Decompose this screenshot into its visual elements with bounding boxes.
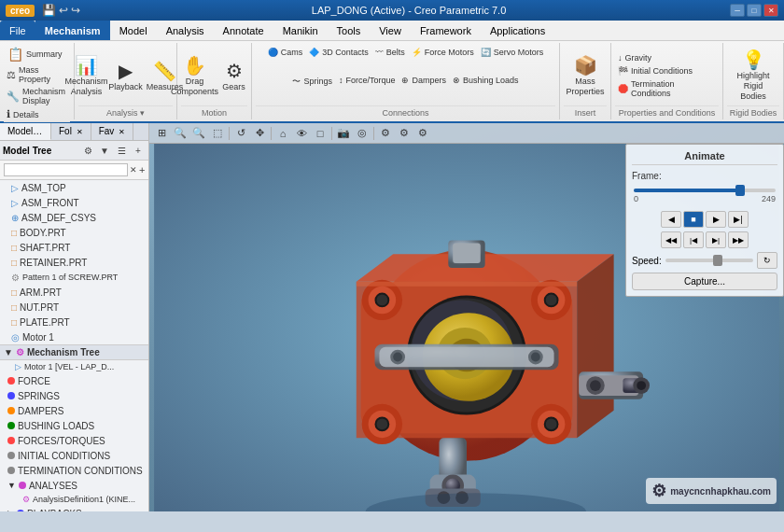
- initial-conditions-button[interactable]: 🏁 Initial Conditions: [615, 65, 695, 77]
- vp-camera-button[interactable]: 📷: [335, 125, 352, 142]
- tree-item-screw-pattern[interactable]: ⚙ Pattern 1 of SCREW.PRT: [0, 270, 148, 285]
- mech-item-forces-torques[interactable]: FORCES/TORQUES: [0, 433, 148, 448]
- step-back-button[interactable]: |◀: [683, 231, 704, 248]
- vp-target-button[interactable]: ◎: [354, 125, 371, 142]
- vp-home-button[interactable]: ⌂: [274, 125, 291, 142]
- menu-model[interactable]: Model: [110, 21, 157, 40]
- mech-item-analyses[interactable]: ▼ ANALYSES: [0, 478, 148, 493]
- mech-item-playbacks[interactable]: ▷ PLAYBACKS: [0, 506, 148, 511]
- mechanism-display-button[interactable]: 🔧 Mechanism Display: [4, 86, 70, 106]
- tree-search-add[interactable]: +: [139, 162, 145, 177]
- play-back-button[interactable]: ◀: [661, 211, 681, 228]
- tree-item-asm-def-csys[interactable]: ⊕ ASM_DEF_CSYS: [0, 210, 148, 225]
- tree-search-input[interactable]: [4, 163, 128, 176]
- folder-tab-close[interactable]: ✕: [77, 128, 83, 136]
- window-controls[interactable]: ─ □ ✕: [730, 4, 778, 17]
- mech-item-motor1-sub[interactable]: ▷ Motor 1 [VEL - LAP_D...: [0, 360, 148, 373]
- mech-item-bushing-loads[interactable]: BUSHING LOADS: [0, 418, 148, 433]
- tree-search-clear[interactable]: ✕: [130, 162, 137, 177]
- close-button[interactable]: ✕: [763, 4, 778, 17]
- 3d-contacts-button[interactable]: 🔷 3D Contacts: [306, 47, 371, 58]
- fast-forward-button[interactable]: ▶|: [728, 211, 749, 228]
- minimize-button[interactable]: ─: [730, 4, 745, 17]
- frame-slider-thumb[interactable]: [735, 185, 745, 196]
- redo-icon[interactable]: ↪: [71, 4, 80, 17]
- playback-button[interactable]: ▶ Playback: [107, 58, 145, 93]
- tree-expand-button[interactable]: ▼: [97, 143, 112, 158]
- mech-item-term-cond[interactable]: TERMINATION CONDITIONS: [0, 463, 148, 478]
- vp-settings-button[interactable]: ⚙: [377, 125, 394, 142]
- tree-add-button[interactable]: +: [131, 143, 146, 158]
- tree-item-arm-prt[interactable]: □ ARM.PRT: [0, 285, 148, 300]
- menu-analysis[interactable]: Analysis: [157, 21, 214, 40]
- tree-item-retainer-prt[interactable]: □ RETAINER.PRT: [0, 255, 148, 270]
- mech-item-springs[interactable]: SPRINGS: [0, 388, 148, 403]
- force-torque-button[interactable]: ↕ Force/Torque: [336, 75, 399, 86]
- tree-item-motor1[interactable]: ◎ Motor 1: [0, 329, 148, 344]
- mass-properties-button[interactable]: 📦 MassProperties: [564, 52, 607, 99]
- vp-pan-button[interactable]: ✥: [251, 125, 268, 142]
- speed-refresh-button[interactable]: ↻: [757, 252, 777, 269]
- tree-item-plate-prt[interactable]: □ PLATE.PRT: [0, 315, 148, 329]
- belts-button[interactable]: 〰 Belts: [372, 47, 408, 58]
- termination-conditions-button[interactable]: 🛑 Termination Conditions: [615, 78, 719, 99]
- vp-zoom-fit-button[interactable]: ⊞: [153, 125, 170, 142]
- mech-item-initial-cond[interactable]: INITIAL CONDITIONS: [0, 448, 148, 463]
- fast-fwd2-button[interactable]: ▶▶: [728, 231, 749, 248]
- force-motors-button[interactable]: ⚡ Force Motors: [409, 47, 477, 58]
- vp-rotate-button[interactable]: ↺: [232, 125, 249, 142]
- mech-item-dampers[interactable]: DAMPERS: [0, 403, 148, 418]
- vp-settings2-button[interactable]: ⚙: [396, 125, 413, 142]
- viewport[interactable]: ⊞ 🔍 🔍 ⬚ ↺ ✥ ⌂ 👁 □ 📷 ◎ ⚙ ⚙ ⚙: [149, 123, 784, 511]
- speed-thumb[interactable]: [713, 255, 722, 266]
- tree-item-asm-top[interactable]: ▷ ASM_TOP: [0, 180, 148, 195]
- menu-framework[interactable]: Framework: [411, 21, 481, 40]
- favorites-tab-close[interactable]: ✕: [119, 128, 125, 136]
- save-icon[interactable]: 💾: [42, 4, 56, 17]
- tree-item-nut-prt[interactable]: □ NUT.PRT: [0, 300, 148, 315]
- menu-file[interactable]: File: [0, 21, 35, 40]
- springs-button[interactable]: 〜 Springs: [289, 75, 335, 89]
- vp-zoom-window-button[interactable]: ⬚: [209, 125, 226, 142]
- mech-item-analysis-def1[interactable]: ⚙ AnalysisDefinition1 (KINE...: [0, 493, 148, 506]
- menu-tools[interactable]: Tools: [328, 21, 371, 40]
- tab-favorites[interactable]: Fav ✕: [91, 123, 133, 140]
- tree-item-asm-front[interactable]: ▷ ASM_FRONT: [0, 195, 148, 210]
- menu-applications[interactable]: Applications: [481, 21, 554, 40]
- summary-button[interactable]: 📋 Summary: [4, 45, 70, 63]
- mechanism-analysis-button[interactable]: 📊 MechanismAnalysis: [68, 52, 105, 99]
- highlight-rigid-bodies-button[interactable]: 💡 HighlightRigid Bodies: [727, 47, 779, 103]
- mech-item-force[interactable]: FORCE: [0, 373, 148, 388]
- tree-settings-button[interactable]: ⚙: [80, 143, 95, 158]
- vp-display-button[interactable]: □: [312, 125, 329, 142]
- tree-options-button[interactable]: ☰: [114, 143, 129, 158]
- play-forward-button[interactable]: ▶: [706, 211, 726, 228]
- tree-item-body-prt[interactable]: □ BODY.PRT: [0, 225, 148, 240]
- speed-slider[interactable]: [665, 259, 753, 262]
- stop-button[interactable]: ■: [683, 211, 704, 228]
- menu-annotate[interactable]: Annotate: [214, 21, 273, 40]
- tab-folder[interactable]: Fol ✕: [51, 123, 91, 140]
- mass-property-button[interactable]: ⚖ Mass Property: [4, 64, 70, 85]
- bushing-loads-button[interactable]: ⊗ Bushing Loads: [450, 75, 522, 86]
- menu-view[interactable]: View: [370, 21, 411, 40]
- dampers-button[interactable]: ⊕ Dampers: [399, 75, 449, 86]
- vp-zoom-out-button[interactable]: 🔍: [190, 125, 207, 142]
- drag-components-button[interactable]: ✋ DragComponents: [176, 52, 214, 99]
- menu-manikin[interactable]: Manikin: [273, 21, 328, 40]
- frame-slider[interactable]: [634, 189, 776, 192]
- details-button[interactable]: ℹ Details: [4, 107, 70, 121]
- maximize-button[interactable]: □: [747, 4, 762, 17]
- undo-icon[interactable]: ↩: [59, 4, 68, 17]
- servo-motors-button[interactable]: 🔄 Servo Motors: [478, 47, 547, 58]
- vp-settings3-button[interactable]: ⚙: [414, 125, 431, 142]
- mechanism-tree-header[interactable]: ▼ ⚙ Mechanism Tree: [0, 345, 148, 360]
- rewind-button[interactable]: ◀◀: [661, 231, 681, 248]
- cams-button[interactable]: 🔵 Cams: [265, 47, 306, 58]
- capture-button[interactable]: Capture...: [632, 273, 777, 290]
- tree-item-shaft-prt[interactable]: □ SHAFT.PRT: [0, 240, 148, 255]
- menu-mechanism[interactable]: Mechanism: [35, 21, 110, 40]
- step-fwd-button[interactable]: ▶|: [706, 231, 726, 248]
- gears-button[interactable]: ⚙ Gears: [216, 58, 253, 93]
- vp-view-button[interactable]: 👁: [293, 125, 310, 142]
